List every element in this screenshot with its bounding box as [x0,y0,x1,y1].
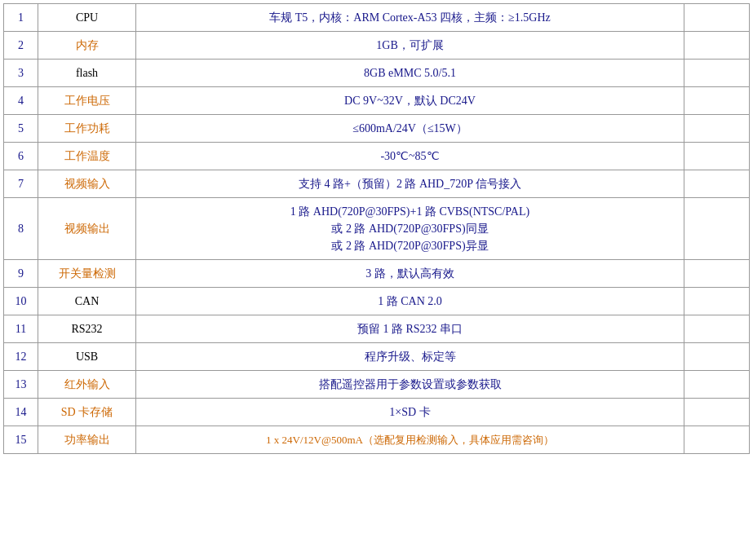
row-description: ≤600mA/24V（≤15W） [136,115,684,143]
row-feature-name: 工作电压 [38,87,136,115]
row-remark [684,426,750,454]
row-remark [684,115,750,143]
row-number: 9 [4,260,38,288]
row-number: 8 [4,198,38,260]
row-feature-name: CAN [38,288,136,315]
row-feature-name: 开关量检测 [38,260,136,288]
row-remark [684,315,750,343]
table-row: 13红外输入搭配遥控器用于参数设置或参数获取 [4,371,750,399]
row-remark [684,399,750,426]
row-remark [684,60,750,87]
row-remark [684,170,750,198]
row-description: 1 路 AHD(720P@30FPS)+1 路 CVBS(NTSC/PAL)或 … [136,198,684,260]
row-description: 8GB eMMC 5.0/5.1 [136,60,684,87]
table-row: 6工作温度-30℃~85℃ [4,143,750,170]
row-feature-name: RS232 [38,315,136,343]
row-remark [684,198,750,260]
row-feature-name: 工作功耗 [38,115,136,143]
table-row: 4工作电压DC 9V~32V，默认 DC24V [4,87,750,115]
row-feature-name: SD 卡存储 [38,399,136,426]
table-row: 15功率输出1 x 24V/12V@500mA（选配复用检测输入，具体应用需咨询… [4,426,750,454]
row-number: 15 [4,426,38,454]
table-row: 8视频输出1 路 AHD(720P@30FPS)+1 路 CVBS(NTSC/P… [4,198,750,260]
row-feature-name: 工作温度 [38,143,136,170]
row-number: 1 [4,4,38,32]
row-remark [684,143,750,170]
table-row: 9开关量检测3 路，默认高有效 [4,260,750,288]
row-number: 2 [4,32,38,60]
row-number: 5 [4,115,38,143]
row-number: 14 [4,399,38,426]
table-row: 5工作功耗≤600mA/24V（≤15W） [4,115,750,143]
row-number: 4 [4,87,38,115]
row-number: 7 [4,170,38,198]
row-description: 支持 4 路+（预留）2 路 AHD_720P 信号接入 [136,170,684,198]
row-description: 1×SD 卡 [136,399,684,426]
table-row: 2内存1GB，可扩展 [4,32,750,60]
row-description: 程序升级、标定等 [136,343,684,371]
row-feature-name: 视频输出 [38,198,136,260]
row-description: DC 9V~32V，默认 DC24V [136,87,684,115]
row-remark [684,343,750,371]
row-feature-name: 内存 [38,32,136,60]
row-feature-name: flash [38,60,136,87]
row-remark [684,260,750,288]
row-description: -30℃~85℃ [136,143,684,170]
table-row: 14SD 卡存储1×SD 卡 [4,399,750,426]
row-number: 13 [4,371,38,399]
row-number: 12 [4,343,38,371]
row-remark [684,87,750,115]
row-remark [684,32,750,60]
row-remark [684,371,750,399]
row-number: 10 [4,288,38,315]
table-row: 1CPU车规 T5，内核：ARM Cortex-A53 四核，主频：≥1.5GH… [4,4,750,32]
row-feature-name: 功率输出 [38,426,136,454]
spec-table-container: 1CPU车规 T5，内核：ARM Cortex-A53 四核，主频：≥1.5GH… [0,0,753,457]
table-row: 12USB程序升级、标定等 [4,343,750,371]
table-row: 7视频输入支持 4 路+（预留）2 路 AHD_720P 信号接入 [4,170,750,198]
row-remark [684,288,750,315]
row-remark [684,4,750,32]
row-feature-name: 视频输入 [38,170,136,198]
row-description: 预留 1 路 RS232 串口 [136,315,684,343]
table-row: 3flash8GB eMMC 5.0/5.1 [4,60,750,87]
row-description: 1 x 24V/12V@500mA（选配复用检测输入，具体应用需咨询） [136,426,684,454]
row-number: 3 [4,60,38,87]
row-feature-name: CPU [38,4,136,32]
row-number: 11 [4,315,38,343]
spec-table: 1CPU车规 T5，内核：ARM Cortex-A53 四核，主频：≥1.5GH… [3,3,750,454]
row-description: 3 路，默认高有效 [136,260,684,288]
table-row: 11RS232预留 1 路 RS232 串口 [4,315,750,343]
row-description: 搭配遥控器用于参数设置或参数获取 [136,371,684,399]
row-number: 6 [4,143,38,170]
row-description: 1GB，可扩展 [136,32,684,60]
table-row: 10CAN1 路 CAN 2.0 [4,288,750,315]
row-description: 车规 T5，内核：ARM Cortex-A53 四核，主频：≥1.5GHz [136,4,684,32]
row-description: 1 路 CAN 2.0 [136,288,684,315]
row-feature-name: 红外输入 [38,371,136,399]
row-feature-name: USB [38,343,136,371]
